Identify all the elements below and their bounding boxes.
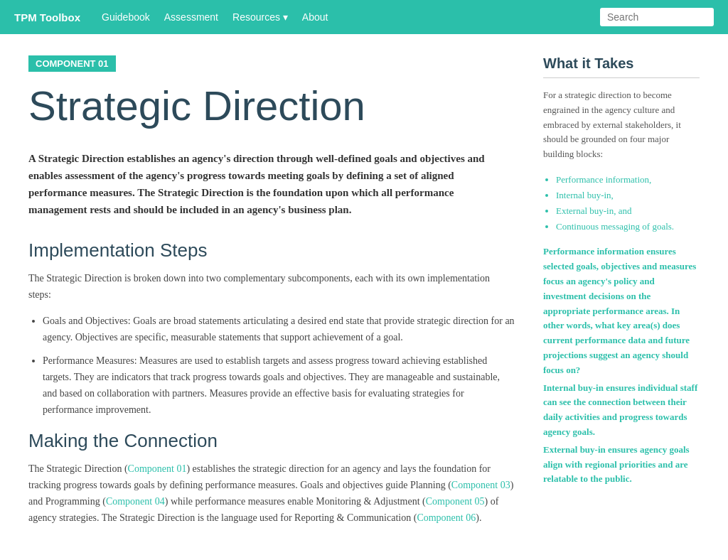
page-title: Strategic Direction — [28, 83, 515, 129]
link-component-05[interactable]: Component 05 — [426, 496, 485, 507]
nav-resources[interactable]: Resources — [232, 11, 288, 23]
list-item-1: Goals and Objectives: Goals are broad st… — [43, 313, 515, 345]
sidebar-intro: For a strategic direction to become engr… — [543, 88, 700, 162]
sidebar: What it Takes For a strategic direction … — [543, 55, 700, 536]
nav-about[interactable]: About — [302, 11, 328, 23]
nav-guidebook[interactable]: Guidebook — [102, 11, 150, 23]
sidebar-block-2-heading: Internal buy-in ensures individual staff… — [543, 381, 700, 440]
section-1-body: The Strategic Direction is broken down i… — [28, 270, 515, 303]
brand-logo[interactable]: TPM Toolbox — [14, 11, 80, 23]
intro-paragraph: A Strategic Direction establishes an age… — [28, 150, 515, 218]
bullet-4: Continuous messaging of goals. — [556, 219, 700, 235]
top-nav: TPM Toolbox Guidebook Assessment Resourc… — [0, 0, 728, 34]
sidebar-block-1-heading: Performance information ensures selected… — [543, 244, 700, 377]
section-2-body: The Strategic Direction (Component 01) e… — [28, 461, 515, 526]
search-input[interactable] — [600, 8, 714, 26]
bullet-2: Internal buy-in, — [556, 188, 700, 203]
sidebar-divider — [543, 77, 700, 78]
main-content: COMPONENT 01 Strategic Direction A Strat… — [28, 55, 515, 536]
sidebar-block-3-heading: External buy-in ensures agency goals ali… — [543, 443, 700, 487]
search-wrap — [600, 8, 714, 26]
component-badge: COMPONENT 01 — [28, 55, 116, 72]
link-component-01[interactable]: Component 01 — [128, 463, 187, 474]
page-container: COMPONENT 01 Strategic Direction A Strat… — [0, 34, 728, 557]
nav-assessment[interactable]: Assessment — [164, 11, 218, 23]
bullet-3: External buy-in, and — [556, 203, 700, 219]
list-item-2: Performance Measures: Measures are used … — [43, 352, 515, 418]
section-1-list: Goals and Objectives: Goals are broad st… — [43, 313, 515, 419]
link-component-03[interactable]: Component 03 — [451, 480, 510, 490]
link-component-06[interactable]: Component 06 — [417, 512, 476, 523]
sidebar-bullets: Performance information, Internal buy-in… — [556, 172, 700, 235]
sidebar-block-1-text: ensures selected goals, objectives and m… — [543, 246, 696, 375]
sidebar-title: What it Takes — [543, 55, 700, 72]
link-component-04[interactable]: Component 04 — [106, 496, 165, 507]
section-title-2: Making the Connection — [28, 430, 515, 452]
section-title-1: Implementation Steps — [28, 239, 515, 262]
bullet-1: Performance information, — [556, 172, 700, 188]
